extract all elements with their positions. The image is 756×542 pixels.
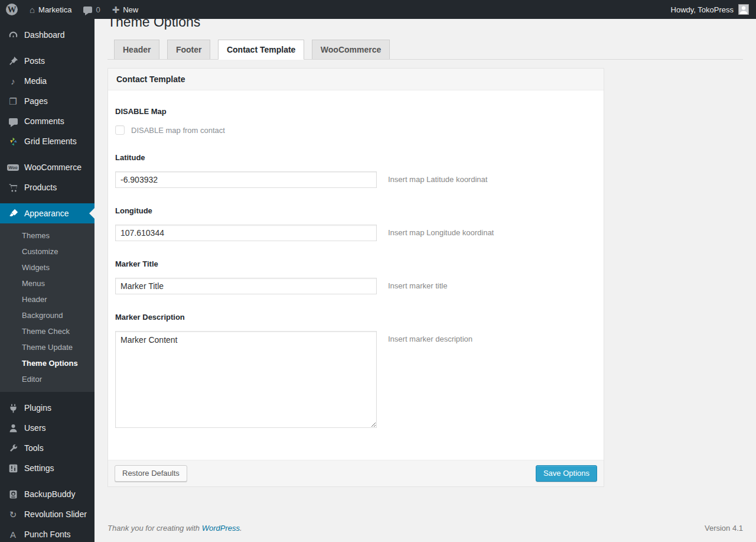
sidebar-item-grid-elements[interactable]: Grid Elements [0, 131, 94, 151]
submenu-item-editor[interactable]: Editor [0, 371, 94, 387]
dashboard-icon [6, 30, 20, 40]
submenu-item-customize[interactable]: Customize [0, 244, 94, 259]
sidebar-item-plugins[interactable]: Plugins [0, 398, 94, 418]
longitude-input[interactable] [115, 225, 377, 241]
marker-title-field: Marker Title Insert marker title [115, 259, 595, 294]
footer-thanks: Thank you for creating with WordPress. [107, 524, 242, 533]
version-label: Version 4.1 [705, 524, 743, 533]
sidebar-item-label: Posts [24, 56, 45, 66]
comment-bubble-icon [83, 7, 92, 13]
sidebar-item-revolution-slider[interactable]: ↻ Revolution Slider [0, 504, 94, 524]
sidebar-item-label: Tools [24, 443, 44, 453]
save-options-button[interactable]: Save Options [536, 465, 597, 482]
sidebar-item-label: Revolution Slider [24, 509, 87, 519]
sidebar-item-users[interactable]: Users [0, 418, 94, 438]
backup-drive-icon [6, 489, 20, 499]
person-icon [739, 5, 748, 14]
sidebar-item-backupbuddy[interactable]: BackupBuddy [0, 484, 94, 504]
comments-shortcut[interactable]: 0 [77, 0, 106, 19]
howdy-account-link[interactable]: Howdy, TokoPress [671, 5, 734, 14]
appearance-submenu: Themes Customize Widgets Menus Header Ba… [0, 223, 94, 392]
new-content-menu[interactable]: ✚ New [106, 0, 145, 19]
sidebar-item-woocommerce[interactable]: Woo WooCommerce [0, 157, 94, 177]
sidebar-item-label: Products [24, 183, 57, 192]
pages-icon: ❐ [6, 97, 20, 106]
footer-thanks-text: Thank you for creating with [107, 524, 202, 533]
pushpin-icon [6, 56, 20, 66]
submenu-item-widgets[interactable]: Widgets [0, 259, 94, 275]
sidebar-item-settings[interactable]: Settings [0, 458, 94, 478]
submenu-item-header[interactable]: Header [0, 291, 94, 307]
sidebar-item-label: Pages [24, 96, 48, 106]
sidebar-item-products[interactable]: Products [0, 177, 94, 197]
submenu-item-themes[interactable]: Themes [0, 228, 94, 244]
tab-footer[interactable]: Footer [167, 40, 211, 59]
sidebar-item-label: Comments [24, 116, 64, 126]
sidebar-item-appearance[interactable]: Appearance [0, 203, 94, 223]
wrench-icon [6, 443, 20, 453]
sidebar-item-pages[interactable]: ❐ Pages [0, 91, 94, 111]
footer-thanks-period: . [240, 524, 242, 533]
user-avatar[interactable] [738, 4, 749, 15]
latitude-input[interactable] [115, 171, 377, 188]
disable-map-checkbox[interactable] [115, 125, 125, 135]
site-name-link[interactable]: ⌂ Marketica [24, 0, 77, 19]
panel-footer: Restore Defaults Save Options [108, 460, 604, 486]
sidebar-item-media[interactable]: ♪ Media [0, 71, 94, 91]
disable-map-label: DISABLE Map [115, 107, 595, 116]
sidebar-item-posts[interactable]: Posts [0, 51, 94, 71]
sidebar-item-label: WooCommerce [24, 163, 82, 172]
tab-woocommerce[interactable]: WooCommerce [312, 40, 390, 59]
panel-body: DISABLE Map DISABLE map from contact Lat… [108, 90, 604, 460]
sidebar-item-comments[interactable]: Comments [0, 111, 94, 131]
longitude-label: Longitude [115, 206, 595, 215]
tab-header[interactable]: Header [114, 40, 159, 59]
home-icon: ⌂ [30, 5, 35, 14]
plus-icon: ✚ [112, 5, 120, 14]
user-icon [6, 423, 20, 433]
marker-description-textarea[interactable]: Marker Content [115, 331, 377, 428]
wordpress-link[interactable]: WordPress [202, 524, 240, 533]
submenu-item-theme-update[interactable]: Theme Update [0, 339, 94, 355]
submenu-item-theme-check[interactable]: Theme Check [0, 323, 94, 339]
letter-a-icon: A [6, 530, 20, 539]
sidebar-item-label: Plugins [24, 403, 51, 413]
admin-top-bar: W ⌂ Marketica 0 ✚ New Howdy, TokoPress [0, 0, 756, 19]
marker-title-label: Marker Title [115, 259, 595, 268]
submenu-item-theme-options[interactable]: Theme Options [0, 355, 94, 371]
new-label: New [123, 5, 138, 14]
sidebar-item-label: Users [24, 423, 46, 433]
media-icon: ♪ [6, 77, 20, 86]
submenu-item-background[interactable]: Background [0, 307, 94, 323]
longitude-field: Longitude Insert map Longitude koordinat [115, 206, 595, 241]
marker-description-field: Marker Description Marker Content Insert… [115, 313, 595, 428]
woocommerce-icon: Woo [6, 164, 20, 171]
contact-template-panel: Contact Template DISABLE Map DISABLE map… [107, 68, 604, 487]
sidebar-item-label: BackupBuddy [24, 489, 75, 499]
admin-sidebar: Dashboard Posts ♪ Media ❐ Pages Comments… [0, 19, 94, 542]
sidebar-item-label: Grid Elements [24, 137, 77, 146]
rotate-arrows-icon: ↻ [6, 510, 20, 519]
restore-defaults-button[interactable]: Restore Defaults [115, 465, 187, 482]
panel-title: Contact Template [108, 69, 604, 90]
sidebar-item-label: Dashboard [24, 30, 65, 40]
marker-description-hint: Insert marker description [388, 331, 472, 343]
grid-elements-icon [6, 137, 20, 147]
sidebar-item-label: Appearance [24, 209, 69, 218]
latitude-field: Latitude Insert map Latitude koordinat [115, 153, 595, 188]
marker-description-label: Marker Description [115, 313, 595, 322]
sidebar-item-tools[interactable]: Tools [0, 438, 94, 458]
submenu-item-menus[interactable]: Menus [0, 275, 94, 291]
comments-icon [6, 118, 20, 125]
wordpress-menu[interactable]: W [0, 0, 24, 19]
comment-count: 0 [96, 5, 100, 14]
latitude-hint: Insert map Latitude koordinat [388, 171, 487, 184]
sidebar-item-label: Punch Fonts [24, 530, 71, 539]
sidebar-item-dashboard[interactable]: Dashboard [0, 25, 94, 45]
admin-footer: Thank you for creating with WordPress. V… [107, 524, 743, 541]
tab-contact-template[interactable]: Contact Template [218, 40, 304, 60]
sidebar-item-punch-fonts[interactable]: A Punch Fonts [0, 524, 94, 542]
sidebar-item-label: Media [24, 76, 47, 86]
marker-title-input[interactable] [115, 278, 377, 294]
main-content: Theme Options Header Footer Contact Temp… [94, 0, 756, 541]
